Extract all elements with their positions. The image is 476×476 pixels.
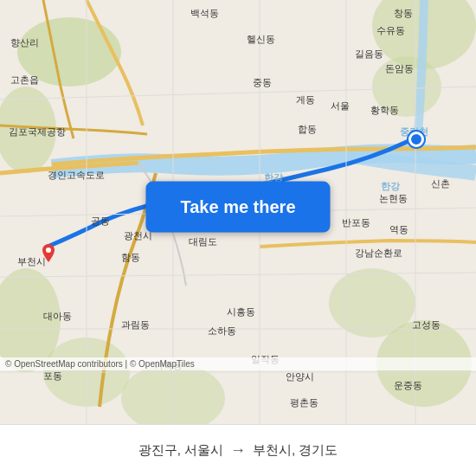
map-container: 백석동 창동 수유동 향산리 헬신동 길음동 돈암동 고촌읍 중동 게동 서울 … xyxy=(0,0,476,424)
destination-pin xyxy=(39,244,58,268)
route-info: 광진구, 서울시 → 부천시, 경기도 xyxy=(138,441,338,460)
copyright-bar: © OpenStreetMap contributors | © OpenMap… xyxy=(0,357,476,370)
svg-point-8 xyxy=(329,268,415,338)
svg-point-4 xyxy=(372,56,441,117)
svg-point-1 xyxy=(17,17,121,87)
route-to: 부천시, 경기도 xyxy=(253,442,338,459)
route-arrow-icon: → xyxy=(230,441,246,460)
take-me-there-button[interactable]: Take me there xyxy=(145,182,330,233)
origin-pin xyxy=(408,132,424,147)
svg-point-20 xyxy=(46,248,51,253)
route-from: 광진구, 서울시 xyxy=(138,442,223,459)
copyright-text: © OpenStreetMap contributors | © OpenMap… xyxy=(5,359,195,369)
bottom-bar: 광진구, 서울시 → 부천시, 경기도 xyxy=(0,424,476,476)
